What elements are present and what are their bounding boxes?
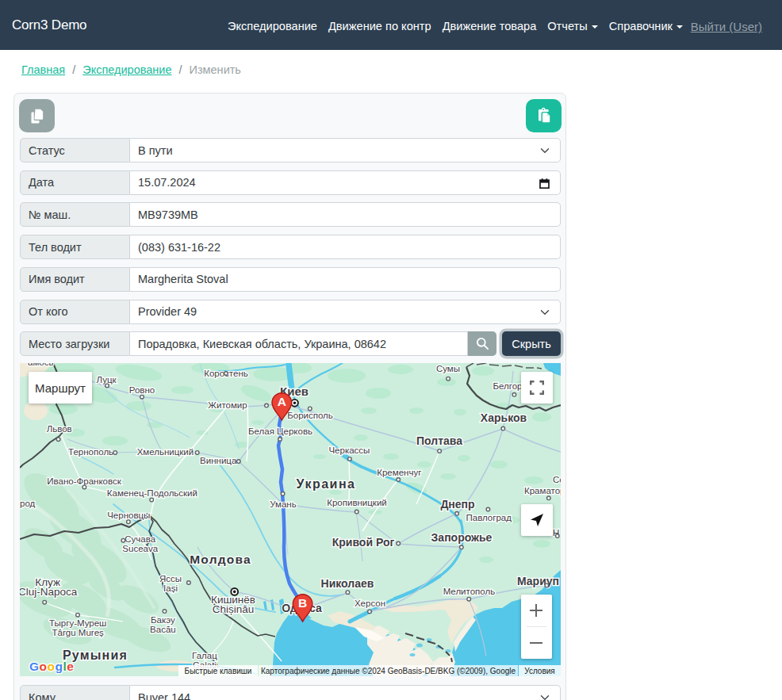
svg-text:Черновцы: Черновцы	[107, 511, 150, 520]
svg-text:род: род	[20, 499, 36, 508]
svg-text:Кременчуг: Кременчуг	[377, 468, 421, 477]
svg-text:Сучава: Сучава	[125, 534, 155, 544]
svg-text:Тыргу-Муреш: Тыргу-Муреш	[49, 618, 106, 628]
svg-text:Галац: Галац	[192, 651, 217, 660]
svg-text:Херсон: Херсон	[355, 599, 385, 608]
svg-text:Хмельницкий: Хмельницкий	[137, 447, 194, 457]
svg-text:Украина: Украина	[297, 477, 356, 491]
svg-text:Яссы: Яссы	[159, 574, 182, 583]
svg-text:Борисполь: Борисполь	[287, 411, 333, 420]
svg-text:Кропивницкий: Кропивницкий	[327, 498, 387, 507]
svg-text:Житомир: Житомир	[208, 400, 247, 410]
svg-text:Львов: Львов	[47, 424, 72, 434]
svg-text:Cluj-Napoca: Cluj-Napoca	[20, 586, 78, 598]
svg-text:Молдова: Молдова	[190, 553, 251, 566]
svg-text:Мелитополь: Мелитополь	[443, 587, 495, 596]
svg-text:Павлоград: Павлоград	[466, 513, 512, 522]
svg-text:Харьков: Харьков	[481, 411, 527, 424]
svg-text:Ровно: Ровно	[129, 385, 155, 395]
svg-text:Chișinău: Chișinău	[213, 603, 255, 615]
svg-text:Краматор: Краматор	[524, 486, 561, 495]
svg-text:Бакэу: Бакэу	[151, 615, 175, 625]
svg-text:Suceava: Suceava	[122, 544, 158, 553]
svg-text:Белгор: Белгор	[493, 381, 522, 391]
svg-text:Сумы: Сумы	[436, 364, 460, 373]
svg-text:Мариуп: Мариуп	[517, 575, 559, 587]
svg-text:Тернополь: Тернополь	[68, 447, 113, 457]
svg-text:Iași: Iași	[163, 583, 178, 593]
svg-text:Bacău: Bacău	[150, 625, 176, 634]
svg-text:Черкассы: Черкассы	[328, 446, 370, 455]
svg-text:амось: амось	[28, 363, 53, 367]
svg-text:Днепр: Днепр	[440, 498, 474, 511]
svg-text:Кривой Рог: Кривой Рог	[332, 536, 395, 549]
svg-text:Винница: Винница	[200, 456, 237, 465]
svg-text:Умань: Умань	[270, 499, 296, 509]
svg-text:Târgu Mureș: Târgu Mureș	[52, 628, 104, 637]
svg-text:Николаев: Николаев	[321, 577, 374, 590]
svg-text:Полтава: Полтава	[416, 434, 462, 447]
svg-text:B: B	[298, 596, 307, 610]
svg-text:Запорожье: Запорожье	[431, 531, 493, 544]
svg-text:Белая Церковь: Белая Церковь	[248, 427, 312, 436]
svg-text:Ивано-Франковск: Ивано-Франковск	[47, 476, 121, 486]
svg-text:Луцк: Луцк	[96, 375, 117, 384]
svg-text:Каменец-Подольский: Каменец-Подольский	[107, 488, 197, 498]
svg-text:A: A	[278, 395, 286, 408]
svg-text:Се: Се	[553, 475, 561, 484]
